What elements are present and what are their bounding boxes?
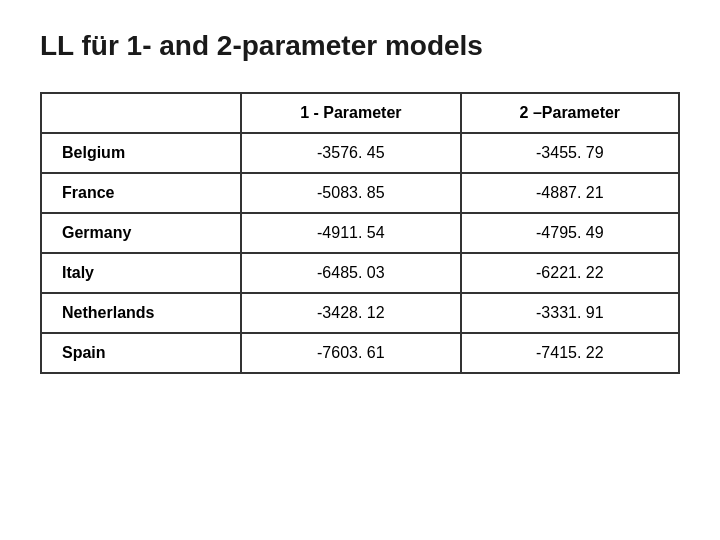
cell-param1: -3576. 45 bbox=[241, 133, 461, 173]
cell-country: Spain bbox=[41, 333, 241, 373]
cell-param1: -4911. 54 bbox=[241, 213, 461, 253]
cell-param2: -6221. 22 bbox=[461, 253, 679, 293]
col-header-param2: 2 –Parameter bbox=[461, 93, 679, 133]
data-table: 1 - Parameter 2 –Parameter Belgium-3576.… bbox=[40, 92, 680, 374]
table-row: Belgium-3576. 45-3455. 79 bbox=[41, 133, 679, 173]
table-row: Germany-4911. 54-4795. 49 bbox=[41, 213, 679, 253]
cell-param1: -3428. 12 bbox=[241, 293, 461, 333]
cell-param1: -7603. 61 bbox=[241, 333, 461, 373]
cell-country: Belgium bbox=[41, 133, 241, 173]
table-header-row: 1 - Parameter 2 –Parameter bbox=[41, 93, 679, 133]
cell-param2: -4795. 49 bbox=[461, 213, 679, 253]
table-row: Netherlands-3428. 12-3331. 91 bbox=[41, 293, 679, 333]
cell-country: Germany bbox=[41, 213, 241, 253]
cell-param2: -3455. 79 bbox=[461, 133, 679, 173]
cell-param2: -4887. 21 bbox=[461, 173, 679, 213]
col-header-country bbox=[41, 93, 241, 133]
cell-country: France bbox=[41, 173, 241, 213]
cell-country: Italy bbox=[41, 253, 241, 293]
table-row: France-5083. 85-4887. 21 bbox=[41, 173, 679, 213]
cell-param2: -7415. 22 bbox=[461, 333, 679, 373]
cell-param2: -3331. 91 bbox=[461, 293, 679, 333]
col-header-param1: 1 - Parameter bbox=[241, 93, 461, 133]
cell-param1: -6485. 03 bbox=[241, 253, 461, 293]
table-row: Italy-6485. 03-6221. 22 bbox=[41, 253, 679, 293]
cell-country: Netherlands bbox=[41, 293, 241, 333]
page-title: LL für 1- and 2-parameter models bbox=[40, 30, 483, 62]
cell-param1: -5083. 85 bbox=[241, 173, 461, 213]
table-row: Spain-7603. 61-7415. 22 bbox=[41, 333, 679, 373]
